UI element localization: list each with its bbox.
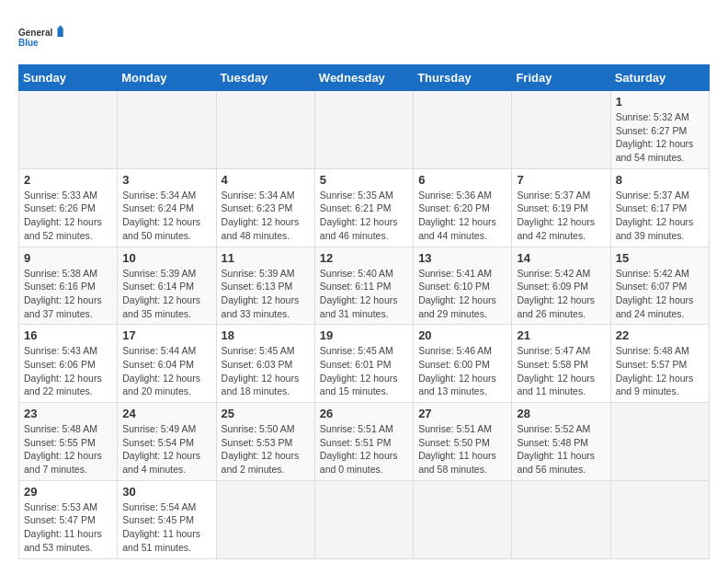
- calendar-cell: [314, 480, 413, 558]
- day-number: 3: [122, 173, 210, 187]
- day-number: 1: [616, 95, 704, 109]
- day-info: Sunrise: 5:39 AM Sunset: 6:13 PM Dayligh…: [222, 267, 310, 321]
- calendar-week-row: 9 Sunrise: 5:38 AM Sunset: 6:16 PM Dayli…: [19, 247, 710, 325]
- calendar-week-row: 16 Sunrise: 5:43 AM Sunset: 6:06 PM Dayl…: [19, 325, 710, 403]
- calendar-cell: [610, 480, 709, 558]
- day-number: 18: [222, 328, 310, 342]
- day-info: Sunrise: 5:46 AM Sunset: 6:00 PM Dayligh…: [418, 344, 506, 398]
- weekday-header: Tuesday: [216, 65, 314, 91]
- day-number: 5: [320, 173, 408, 187]
- calendar-cell: [216, 91, 314, 169]
- weekday-header: Sunday: [19, 65, 118, 91]
- day-number: 4: [222, 173, 310, 187]
- day-info: Sunrise: 5:51 AM Sunset: 5:51 PM Dayligh…: [320, 422, 408, 477]
- day-info: Sunrise: 5:45 AM Sunset: 6:01 PM Dayligh…: [320, 344, 408, 398]
- day-number: 10: [122, 251, 210, 265]
- calendar-cell: 30 Sunrise: 5:54 AM Sunset: 5:45 PM Dayl…: [118, 480, 216, 558]
- day-info: Sunrise: 5:35 AM Sunset: 6:21 PM Dayligh…: [320, 189, 408, 243]
- day-info: Sunrise: 5:45 AM Sunset: 6:03 PM Dayligh…: [222, 344, 310, 398]
- calendar-cell: 7 Sunrise: 5:37 AM Sunset: 6:19 PM Dayli…: [512, 168, 610, 247]
- calendar-week-row: 23 Sunrise: 5:48 AM Sunset: 5:55 PM Dayl…: [19, 403, 710, 481]
- weekday-header: Thursday: [414, 65, 512, 91]
- calendar-cell: [512, 480, 610, 558]
- day-number: 16: [24, 328, 112, 342]
- day-info: Sunrise: 5:47 AM Sunset: 5:58 PM Dayligh…: [517, 344, 605, 398]
- page-header: General Blue: [18, 18, 710, 55]
- day-info: Sunrise: 5:41 AM Sunset: 6:10 PM Dayligh…: [418, 267, 506, 321]
- day-info: Sunrise: 5:48 AM Sunset: 5:57 PM Dayligh…: [616, 344, 704, 398]
- day-number: 15: [616, 251, 704, 265]
- day-number: 6: [418, 173, 506, 187]
- calendar-cell: 22 Sunrise: 5:48 AM Sunset: 5:57 PM Dayl…: [610, 325, 709, 403]
- calendar-week-row: 29 Sunrise: 5:53 AM Sunset: 5:47 PM Dayl…: [19, 480, 710, 558]
- day-number: 26: [320, 407, 408, 420]
- weekday-header-row: SundayMondayTuesdayWednesdayThursdayFrid…: [19, 65, 710, 91]
- day-number: 12: [320, 251, 408, 265]
- logo-svg: General Blue: [18, 18, 64, 55]
- calendar-cell: [118, 91, 216, 169]
- calendar-cell: 2 Sunrise: 5:33 AM Sunset: 6:26 PM Dayli…: [19, 168, 118, 247]
- calendar-cell: [19, 91, 118, 169]
- calendar-cell: 1 Sunrise: 5:32 AM Sunset: 6:27 PM Dayli…: [610, 91, 709, 169]
- calendar-table: SundayMondayTuesdayWednesdayThursdayFrid…: [18, 64, 710, 559]
- calendar-cell: 8 Sunrise: 5:37 AM Sunset: 6:17 PM Dayli…: [610, 168, 709, 247]
- day-number: 30: [122, 485, 210, 499]
- weekday-header: Monday: [118, 65, 216, 91]
- calendar-week-row: 2 Sunrise: 5:33 AM Sunset: 6:26 PM Dayli…: [19, 168, 710, 247]
- day-info: Sunrise: 5:49 AM Sunset: 5:54 PM Dayligh…: [122, 422, 210, 477]
- day-info: Sunrise: 5:53 AM Sunset: 5:47 PM Dayligh…: [24, 500, 112, 555]
- day-info: Sunrise: 5:37 AM Sunset: 6:19 PM Dayligh…: [517, 189, 605, 243]
- calendar-cell: 18 Sunrise: 5:45 AM Sunset: 6:03 PM Dayl…: [216, 325, 314, 403]
- svg-marker-2: [58, 29, 63, 37]
- day-number: 28: [517, 407, 605, 420]
- day-info: Sunrise: 5:48 AM Sunset: 5:55 PM Dayligh…: [24, 422, 112, 477]
- calendar-cell: 13 Sunrise: 5:41 AM Sunset: 6:10 PM Dayl…: [414, 247, 512, 325]
- day-info: Sunrise: 5:52 AM Sunset: 5:48 PM Dayligh…: [517, 422, 605, 477]
- day-info: Sunrise: 5:42 AM Sunset: 6:09 PM Dayligh…: [517, 267, 605, 321]
- calendar-cell: 28 Sunrise: 5:52 AM Sunset: 5:48 PM Dayl…: [512, 403, 610, 481]
- day-info: Sunrise: 5:38 AM Sunset: 6:16 PM Dayligh…: [24, 267, 112, 321]
- day-number: 24: [122, 407, 210, 420]
- calendar-cell: 17 Sunrise: 5:44 AM Sunset: 6:04 PM Dayl…: [118, 325, 216, 403]
- day-info: Sunrise: 5:42 AM Sunset: 6:07 PM Dayligh…: [616, 267, 704, 321]
- calendar-cell: 16 Sunrise: 5:43 AM Sunset: 6:06 PM Dayl…: [19, 325, 118, 403]
- day-number: 17: [122, 328, 210, 342]
- calendar-cell: 20 Sunrise: 5:46 AM Sunset: 6:00 PM Dayl…: [414, 325, 512, 403]
- calendar-cell: [512, 91, 610, 169]
- weekday-header: Saturday: [610, 65, 709, 91]
- calendar-cell: 24 Sunrise: 5:49 AM Sunset: 5:54 PM Dayl…: [118, 403, 216, 481]
- calendar-cell: 27 Sunrise: 5:51 AM Sunset: 5:50 PM Dayl…: [414, 403, 512, 481]
- day-info: Sunrise: 5:32 AM Sunset: 6:27 PM Dayligh…: [616, 110, 704, 165]
- day-number: 25: [222, 407, 310, 420]
- day-info: Sunrise: 5:51 AM Sunset: 5:50 PM Dayligh…: [418, 422, 506, 477]
- calendar-cell: 25 Sunrise: 5:50 AM Sunset: 5:53 PM Dayl…: [216, 403, 314, 481]
- calendar-cell: 4 Sunrise: 5:34 AM Sunset: 6:23 PM Dayli…: [216, 168, 314, 247]
- weekday-header: Friday: [512, 65, 610, 91]
- day-number: 7: [517, 173, 605, 187]
- calendar-cell: [610, 403, 709, 481]
- calendar-cell: 5 Sunrise: 5:35 AM Sunset: 6:21 PM Dayli…: [314, 168, 413, 247]
- day-info: Sunrise: 5:37 AM Sunset: 6:17 PM Dayligh…: [616, 189, 704, 243]
- calendar-cell: 14 Sunrise: 5:42 AM Sunset: 6:09 PM Dayl…: [512, 247, 610, 325]
- day-number: 27: [418, 407, 506, 420]
- day-info: Sunrise: 5:39 AM Sunset: 6:14 PM Dayligh…: [122, 267, 210, 321]
- calendar-cell: 29 Sunrise: 5:53 AM Sunset: 5:47 PM Dayl…: [19, 480, 118, 558]
- calendar-cell: 9 Sunrise: 5:38 AM Sunset: 6:16 PM Dayli…: [19, 247, 118, 325]
- day-info: Sunrise: 5:50 AM Sunset: 5:53 PM Dayligh…: [222, 422, 310, 477]
- svg-text:Blue: Blue: [18, 38, 39, 48]
- day-number: 14: [517, 251, 605, 265]
- day-number: 13: [418, 251, 506, 265]
- calendar-cell: 23 Sunrise: 5:48 AM Sunset: 5:55 PM Dayl…: [19, 403, 118, 481]
- svg-text:General: General: [18, 28, 52, 38]
- calendar-cell: 6 Sunrise: 5:36 AM Sunset: 6:20 PM Dayli…: [414, 168, 512, 247]
- calendar-cell: 21 Sunrise: 5:47 AM Sunset: 5:58 PM Dayl…: [512, 325, 610, 403]
- calendar-week-row: 1 Sunrise: 5:32 AM Sunset: 6:27 PM Dayli…: [19, 91, 710, 169]
- day-info: Sunrise: 5:44 AM Sunset: 6:04 PM Dayligh…: [122, 344, 210, 398]
- day-info: Sunrise: 5:54 AM Sunset: 5:45 PM Dayligh…: [122, 500, 210, 555]
- day-info: Sunrise: 5:34 AM Sunset: 6:24 PM Dayligh…: [122, 189, 210, 243]
- day-info: Sunrise: 5:34 AM Sunset: 6:23 PM Dayligh…: [222, 189, 310, 243]
- calendar-cell: 15 Sunrise: 5:42 AM Sunset: 6:07 PM Dayl…: [610, 247, 709, 325]
- day-number: 9: [24, 251, 112, 265]
- calendar-cell: [414, 91, 512, 169]
- weekday-header: Wednesday: [314, 65, 413, 91]
